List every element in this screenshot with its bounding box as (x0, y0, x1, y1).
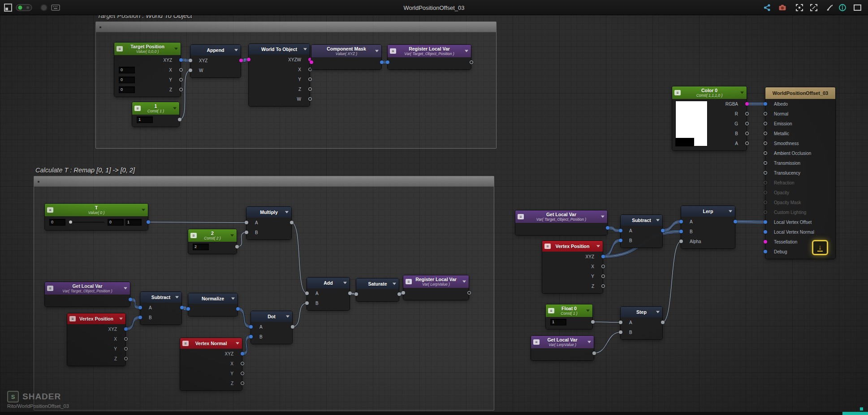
value-slider[interactable] (69, 222, 104, 223)
output-port-dot[interactable] (661, 321, 665, 324)
chevron-down-icon[interactable] (119, 318, 123, 320)
chevron-down-icon[interactable] (596, 245, 600, 248)
output-port-dot[interactable] (308, 87, 312, 91)
output-port-dot[interactable] (591, 320, 595, 324)
chevron-down-icon[interactable] (231, 298, 235, 300)
menu-icon[interactable]: ≡ (190, 233, 197, 238)
input-port-dot[interactable] (402, 291, 405, 295)
node-get-local-var-1[interactable]: ≡Get Local VarVar( Target_Object_Positio… (45, 282, 130, 307)
output-port-dot[interactable] (180, 306, 184, 309)
input-port-dot[interactable] (764, 102, 767, 106)
chevron-down-icon[interactable] (740, 92, 744, 94)
node-header[interactable]: Lerp (681, 206, 735, 217)
chevron-down-icon[interactable] (142, 209, 145, 211)
value-field[interactable]: 1 (137, 116, 153, 123)
node-append[interactable]: AppendXYZW (190, 45, 241, 77)
node-header[interactable]: ≡Target PositionValue( 0,0,0 ) (114, 43, 181, 55)
node-header[interactable]: WorldPositionOffset_03 (765, 87, 835, 99)
output-port-dot[interactable] (592, 351, 596, 355)
input-port-dot[interactable] (764, 230, 767, 234)
node-subtract-1[interactable]: SubtractAB (140, 292, 181, 325)
min-field[interactable]: 0 (108, 219, 124, 226)
max-field[interactable]: 1 (125, 219, 142, 226)
menu-icon[interactable]: ≡ (548, 308, 554, 313)
node-subtract-2[interactable]: SubtractAB (621, 215, 662, 248)
node-register-local-var-2[interactable]: ≡Register Local VarVar( LerpValue ) (403, 275, 469, 300)
menu-icon[interactable]: ≡ (47, 207, 53, 213)
input-port-dot[interactable] (138, 316, 142, 319)
output-port-dot[interactable] (147, 220, 150, 224)
output-port-dot[interactable] (241, 381, 244, 385)
input-port-dot[interactable] (249, 335, 253, 338)
output-port-dot[interactable] (661, 229, 665, 232)
input-port-dot[interactable] (138, 306, 142, 309)
chevron-down-icon[interactable] (462, 281, 466, 283)
input-port-dot[interactable] (354, 292, 358, 296)
node-target-position[interactable]: ≡Target PositionValue( 0,0,0 )XYZ0X0Y0Z (114, 43, 181, 97)
input-port-dot[interactable] (619, 330, 622, 334)
input-port-dot[interactable] (764, 220, 767, 224)
output-port-dot[interactable] (601, 265, 605, 268)
input-port-dot[interactable] (245, 221, 248, 224)
output-port-dot[interactable] (179, 88, 183, 91)
input-port-dot[interactable] (679, 240, 683, 243)
output-port-dot[interactable] (291, 325, 294, 329)
fit-graph-icon[interactable] (808, 3, 819, 12)
value-field[interactable]: 0 (49, 219, 65, 226)
chevron-down-icon[interactable] (343, 282, 347, 284)
menu-icon[interactable]: ≡ (182, 341, 189, 346)
output-port-dot[interactable] (129, 298, 132, 301)
node-header[interactable]: ≡Vertex Position (542, 241, 603, 252)
node-get-local-var-3[interactable]: ≡Get Local VarVar( LerpValue ) (531, 336, 594, 360)
node-vertex-position-1[interactable]: ≡Vertex PositionXYZXYZ (67, 313, 125, 366)
output-port-dot[interactable] (745, 122, 749, 125)
input-port-dot[interactable] (186, 307, 190, 311)
input-port-dot[interactable] (619, 229, 622, 232)
node-step[interactable]: StepAB (621, 307, 662, 339)
output-port-dot[interactable] (239, 59, 243, 62)
input-port-dot[interactable] (305, 291, 309, 295)
output-port-dot[interactable] (467, 291, 471, 295)
node-add[interactable]: AddAB (307, 278, 350, 310)
node-header[interactable]: ≡Vertex Position (67, 313, 125, 324)
chevron-down-icon[interactable] (285, 211, 289, 214)
chevron-down-icon[interactable] (656, 311, 660, 313)
node-dot[interactable]: DotAB (251, 311, 292, 344)
output-port-dot[interactable] (745, 112, 749, 116)
input-port-dot[interactable] (764, 171, 767, 175)
input-port-dot[interactable] (764, 132, 767, 135)
value-field[interactable]: 0 (119, 67, 135, 73)
node-header[interactable]: ≡TValue( 0 ) (45, 204, 148, 216)
output-port-dot[interactable] (397, 292, 401, 296)
camera-icon[interactable] (777, 3, 788, 12)
chevron-down-icon[interactable] (173, 107, 177, 110)
output-port-dot[interactable] (179, 68, 183, 72)
input-port-dot[interactable] (764, 122, 767, 125)
node-header[interactable]: Subtract (621, 215, 662, 226)
live-preview-toggle[interactable] (15, 3, 33, 12)
focus-selection-icon[interactable] (794, 3, 805, 12)
node-const-1[interactable]: ≡1Const( 1 )1 (132, 102, 179, 127)
output-port-dot[interactable] (236, 307, 240, 311)
node-header[interactable]: Step (621, 307, 662, 317)
node-header[interactable]: ≡Float 0Const( 1 ) (546, 304, 592, 317)
chevron-down-icon[interactable] (465, 50, 468, 52)
input-port-dot[interactable] (245, 231, 248, 234)
node-header[interactable]: ≡Get Local VarVar( Target_Object_Positio… (515, 210, 607, 223)
fullscreen-icon[interactable] (852, 3, 863, 12)
chevron-down-icon[interactable] (729, 210, 732, 213)
node-header[interactable]: World To Object (249, 44, 310, 55)
chevron-down-icon[interactable] (124, 287, 127, 290)
input-port-dot[interactable] (189, 59, 192, 62)
chevron-down-icon[interactable] (587, 341, 591, 343)
input-port-dot[interactable] (764, 191, 767, 194)
node-header[interactable]: ≡Get Local VarVar( Target_Object_Positio… (45, 282, 130, 295)
node-header[interactable]: ≡Color 0Const( 1,1,1,0 ) (672, 86, 747, 99)
menu-icon[interactable]: ≡ (390, 48, 396, 54)
input-port-dot[interactable] (764, 240, 767, 244)
output-port-dot[interactable] (734, 220, 737, 223)
input-port-dot[interactable] (305, 301, 309, 305)
input-port-dot[interactable] (764, 151, 767, 155)
node-normalize[interactable]: Normalize (188, 293, 238, 316)
node-lerp[interactable]: LerpABAlpha (681, 206, 735, 248)
